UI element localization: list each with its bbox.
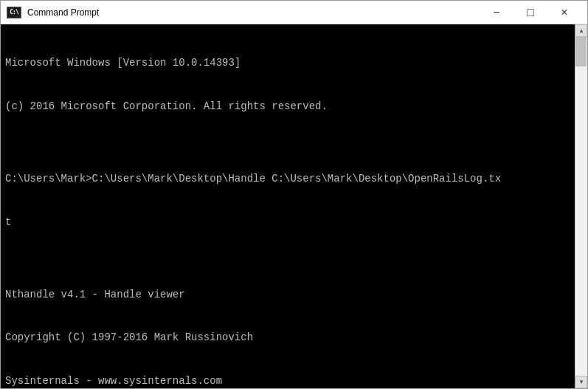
terminal-line-9: Sysinternals - www.sysinternals.com	[5, 374, 570, 388]
terminal-line-2: (c) 2016 Microsoft Corporation. All righ…	[5, 100, 570, 114]
terminal-line-4: C:\Users\Mark>C:\Users\Mark\Desktop\Hand…	[5, 172, 570, 187]
content-area: Microsoft Windows [Version 10.0.14393] (…	[1, 24, 587, 388]
scrollbar-thumb[interactable]	[575, 37, 587, 66]
terminal-line-7: Nthandle v4.1 - Handle viewer	[5, 288, 570, 303]
scrollbar: ▲ ▼	[575, 24, 587, 388]
terminal-output[interactable]: Microsoft Windows [Version 10.0.14393] (…	[1, 24, 575, 388]
app-icon: C:\	[7, 7, 21, 18]
title-bar: C:\ Command Prompt − □ ×	[1, 1, 587, 24]
maximize-button[interactable]: □	[513, 1, 547, 24]
terminal-line-8: Copyright (C) 1997-2016 Mark Russinovich	[5, 331, 570, 345]
minimize-button[interactable]: −	[480, 1, 513, 24]
terminal-line-5: t	[5, 216, 570, 230]
window-controls: − □ ×	[480, 1, 581, 24]
scroll-up-button[interactable]: ▲	[575, 24, 587, 37]
window-title: Command Prompt	[27, 7, 480, 18]
scroll-down-button[interactable]: ▼	[575, 376, 587, 388]
terminal-line-1: Microsoft Windows [Version 10.0.14393]	[5, 56, 570, 71]
command-prompt-window: C:\ Command Prompt − □ × Microsoft Windo…	[0, 0, 588, 389]
scrollbar-track[interactable]	[575, 37, 587, 376]
close-button[interactable]: ×	[547, 1, 581, 24]
